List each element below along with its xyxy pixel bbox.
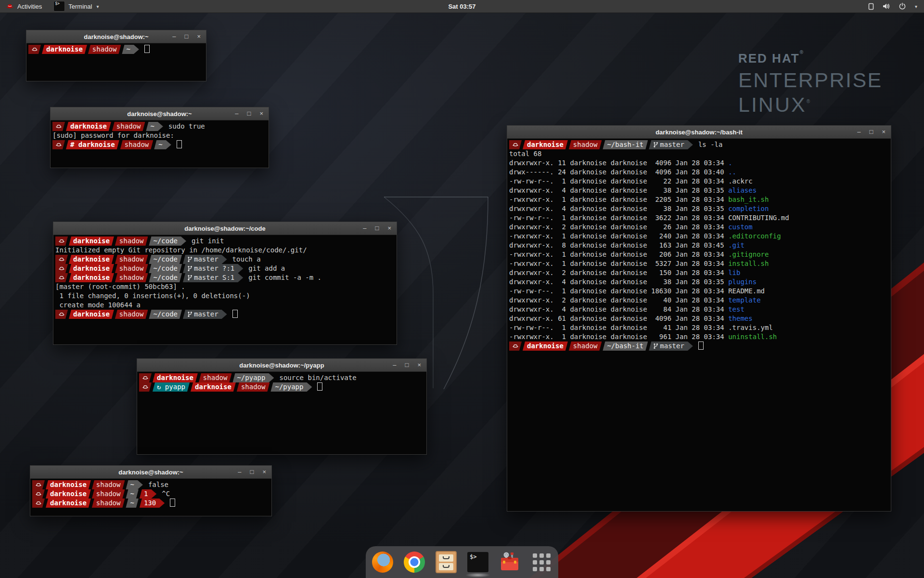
close-icon[interactable]: × [387, 222, 391, 235]
terminal-content[interactable]: darknoiseshadow~sudo true[sudo] password… [51, 120, 269, 149]
minimize-icon[interactable]: – [393, 359, 396, 371]
maximize-icon[interactable]: □ [870, 126, 873, 138]
chevron-down-icon: ▾ [96, 4, 99, 9]
command-text: git add a [248, 264, 285, 272]
terminal-line: create mode 100644 a [55, 301, 397, 310]
titlebar[interactable]: darknoise@shadow:~ – □ × [26, 30, 206, 43]
terminal-cursor [698, 342, 704, 350]
prompt-segment-user: darknoise [46, 489, 91, 499]
terminal-content[interactable]: darknoiseshadow~ [26, 43, 206, 54]
activities-label: Activities [17, 3, 42, 10]
terminal-text: total 68 [509, 150, 541, 158]
terminal-text: drwxrwxr-x. 2 darknoise darknoise 150 Ja… [509, 269, 728, 276]
terminal-line: -rwxrwxr-x. 1 darknoise darknoise 206 Ja… [509, 250, 891, 259]
redhat-fedora-icon [55, 236, 68, 246]
close-icon[interactable]: × [262, 466, 266, 478]
system-status-area[interactable]: ▾ [868, 0, 924, 13]
chevron-down-icon: ▾ [915, 4, 917, 9]
prompt-segment-host: shadow [115, 236, 148, 246]
terminal-line: Initialized empty Git repository in /hom… [55, 246, 397, 255]
terminal-line: drwxrwxr-x. 11 darknoise darknoise 4096 … [509, 158, 891, 168]
minimize-icon[interactable]: – [238, 466, 241, 478]
terminal-window-home-1: darknoise@shadow:~ – □ × darknoiseshadow… [26, 30, 206, 81]
prompt-segment-host: shadow [237, 382, 270, 392]
minimize-icon[interactable]: – [857, 126, 860, 138]
prompt-segment-path: ~/code [149, 264, 182, 273]
prompt-segment-path: ~ [122, 45, 139, 54]
terminal-text: drwxrwxr-x. 2 darknoise darknoise 26 Jan… [509, 223, 728, 231]
terminal-window-sudo: darknoise@shadow:~ – □ × darknoiseshadow… [50, 107, 269, 168]
terminal-text: 1 file changed, 0 insertions(+), 0 delet… [55, 292, 250, 300]
terminal-content[interactable]: darknoiseshadow~/bash-itmasterls -latota… [507, 139, 891, 351]
close-icon[interactable]: × [882, 126, 886, 138]
minimize-icon[interactable]: – [235, 107, 238, 120]
prompt-segment-host: shadow [92, 489, 125, 499]
dock-item-chrome[interactable] [403, 551, 425, 573]
terminal-line: darknoiseshadow~1^C [32, 489, 271, 499]
command-text: git init [192, 237, 224, 245]
prompt-segment-path: ~/bash-it [603, 342, 648, 351]
app-grid-icon [533, 553, 551, 571]
terminal-text: -rw-rw-r--. 1 darknoise darknoise 3622 J… [509, 214, 789, 222]
terminal-text: -rwxrwxr-x. 1 darknoise darknoise 961 Ja… [509, 333, 728, 341]
terminal-cursor [177, 140, 182, 148]
terminal-line: -rwxrwxr-x. 1 darknoise darknoise 2205 J… [509, 195, 891, 204]
activities-button[interactable]: Activities [0, 0, 48, 13]
prompt-segment-user: darknoise [69, 264, 114, 273]
terminal-text: drwxrwxr-x. 4 darknoise darknoise 38 Jan… [509, 278, 728, 286]
titlebar[interactable]: darknoise@shadow:~/pyapp – □ × [137, 359, 426, 372]
terminal-line: darknoiseshadow~false [32, 480, 271, 489]
window-title: darknoise@shadow:~/bash-it [507, 129, 891, 136]
redhat-logo-icon [6, 3, 14, 10]
terminal-text: .git [728, 241, 744, 249]
terminal-text: -rwxrwxr-x. 1 darknoise darknoise 206 Ja… [509, 250, 728, 258]
prompt-segment-branch: master S:1 [183, 273, 243, 282]
prompt-segment-path: ~ [126, 489, 138, 499]
terminal-text: -rw-rw-r--. 1 darknoise darknoise 41 Jan… [509, 324, 773, 331]
maximize-icon[interactable]: □ [375, 222, 379, 235]
maximize-icon[interactable]: □ [247, 107, 251, 120]
titlebar[interactable]: darknoise@shadow:~ – □ × [51, 107, 269, 120]
redhat-fedora-icon [55, 264, 68, 273]
dock-item-app-grid[interactable] [530, 551, 552, 573]
terminal-line: -rw-rw-r--. 1 darknoise darknoise 41 Jan… [509, 323, 891, 332]
prompt-segment-path: ~/code [149, 310, 182, 319]
titlebar[interactable]: darknoise@shadow:~/bash-it – □ × [507, 126, 891, 139]
maximize-icon[interactable]: □ [405, 359, 409, 371]
close-icon[interactable]: × [417, 359, 421, 371]
dock-item-toolbox[interactable] [499, 551, 521, 573]
terminal-line: darknoiseshadow~ [28, 45, 206, 54]
terminal-text: lib [728, 269, 740, 276]
terminal-line: darknoiseshadow~sudo true [52, 122, 269, 131]
prompt-segment-branch: master ?:1 [183, 264, 243, 273]
titlebar[interactable]: darknoise@shadow:~/code – □ × [53, 222, 397, 235]
prompt-segment-branch: master [183, 255, 227, 264]
redhat-fedora-icon [32, 489, 45, 499]
dock-item-firefox[interactable] [372, 551, 394, 573]
minimize-icon[interactable]: – [363, 222, 366, 235]
close-icon[interactable]: × [197, 30, 201, 43]
maximize-icon[interactable]: □ [250, 466, 254, 478]
terminal-content[interactable]: darknoiseshadow~/pyappsource bin/activat… [137, 372, 426, 392]
app-menu-button[interactable]: $> Terminal ▾ [48, 0, 104, 13]
terminal-line: drwxrwxr-x. 4 darknoise darknoise 84 Jan… [509, 305, 891, 314]
titlebar[interactable]: darknoise@shadow:~ – □ × [30, 466, 271, 479]
terminal-line: ↻ pyappdarknoiseshadow~/pyapp [139, 382, 426, 392]
command-text: sudo true [168, 122, 205, 130]
maximize-icon[interactable]: □ [185, 30, 189, 43]
app-menu-label: Terminal [68, 3, 92, 10]
terminal-content[interactable]: darknoiseshadow~falsedarknoiseshadow~1^C… [30, 479, 271, 508]
terminal-line: 1 file changed, 0 insertions(+), 0 delet… [55, 291, 397, 301]
terminal-line: drwxrwxr-x. 4 darknoise darknoise 38 Jan… [509, 204, 891, 213]
dock-item-files[interactable] [435, 551, 457, 573]
prompt-segment-host: shadow [199, 373, 232, 382]
terminal-line: darknoiseshadow~/codemaster [55, 310, 397, 319]
top-bar: Activities $> Terminal ▾ Sat 03:57 ▾ [0, 0, 924, 13]
terminal-content[interactable]: darknoiseshadow~/codegit initInitialized… [53, 235, 397, 319]
dock-item-terminal[interactable]: $> [467, 551, 489, 573]
prompt-segment-host: shadow [569, 140, 602, 149]
terminal-line: -rw-rw-r--. 1 darknoise darknoise 18630 … [509, 287, 891, 296]
minimize-icon[interactable]: – [172, 30, 176, 43]
close-icon[interactable]: × [259, 107, 263, 120]
clock[interactable]: Sat 03:57 [0, 3, 924, 10]
